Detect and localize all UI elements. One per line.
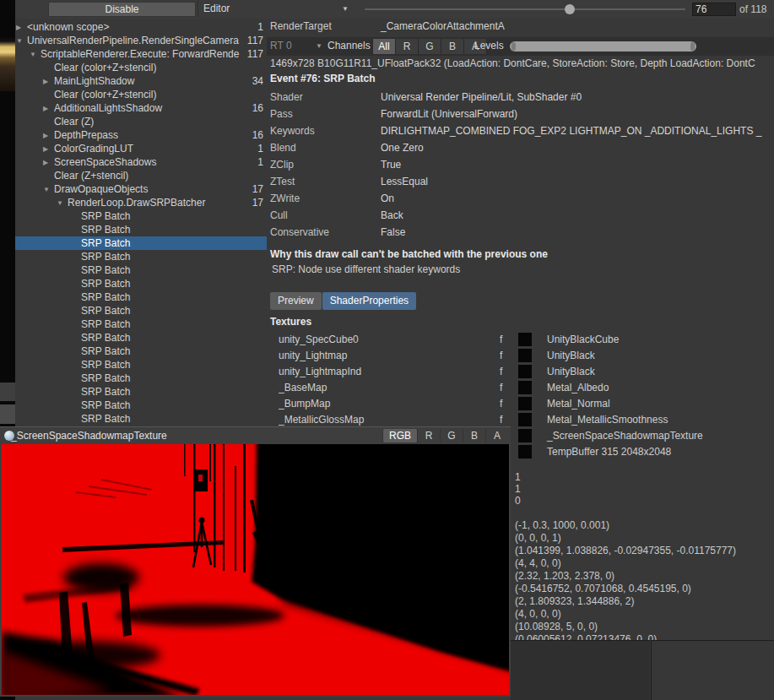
target-select-dropdown[interactable]: Editor ▼ [198,0,355,18]
texture-thumbnail[interactable] [518,333,532,346]
expand-arrow-icon[interactable]: ▶ [42,159,54,166]
texture-filter: f [500,334,518,345]
tree-row[interactable]: SRP Batch [15,277,267,290]
tree-row-label: DepthPrepass [54,129,252,141]
tree-row[interactable]: SRP Batch [15,250,267,263]
tree-row[interactable]: ▼UniversalRenderPipeline.RenderSingleCam… [15,34,267,47]
float-value: 0 [515,495,521,507]
tree-row[interactable]: ▶ColorGradingLUT1 [15,142,267,155]
disable-button[interactable]: Disable [48,2,196,17]
tree-row[interactable]: ▶ScreenSpaceShadows1 [15,155,267,169]
tree-row[interactable]: SRP Batch [15,209,267,223]
expand-arrow-icon[interactable]: ▶ [15,24,27,31]
rt-index-dropdown[interactable]: RT 0 ▼ [270,40,322,52]
texture-property: _MetallicGlossMap [279,414,500,426]
tree-row[interactable]: SRP Batch [15,223,267,236]
levels-range-slider[interactable] [510,41,696,52]
tree-row-label: SRP Batch [81,345,263,357]
tree-row[interactable]: SRP Batch [15,412,267,426]
batch-break-title: Why this draw call can't be batched with… [270,248,548,260]
channel-button-r[interactable]: R [395,39,418,54]
tree-row[interactable]: Clear (Z) [15,115,267,128]
tree-row-count: 1 [257,156,267,168]
tree-row[interactable]: SRP Batch [15,358,267,372]
vector-value: (4, 4, 0, 0) [515,557,736,570]
render-target-label: RenderTarget [270,20,381,32]
preview-channel-button-a[interactable]: A [485,429,508,442]
channel-button-b[interactable]: B [441,39,463,54]
tree-row[interactable]: ▼RenderLoop.DrawSRPBatcher17 [15,196,267,209]
tree-row[interactable]: SRP Batch [15,385,267,399]
tree-row[interactable]: Clear (Z+stencil) [15,169,267,182]
texture-row[interactable]: _BumpMapfMetal_Normal [267,395,774,411]
channel-button-all[interactable]: All [372,39,395,54]
collapse-arrow-icon[interactable]: ▼ [15,37,27,45]
texture-thumbnail[interactable] [518,381,532,394]
preview-channel-button-r[interactable]: R [417,429,440,442]
render-target-preview-window: _ScreenSpaceShadowmapTexture RGBRGBA [0,426,511,697]
texture-row[interactable]: unity_LightmapIndfUnityBlack [267,363,774,379]
texture-row[interactable]: _MetallicGlossMapfMetal_MetallicSmoothne… [267,411,774,427]
property-label: Pass [270,108,381,120]
event-slider-thumb[interactable] [565,4,575,14]
background-panel-strip [0,383,15,401]
expand-arrow-icon[interactable]: ▶ [42,78,54,85]
texture-thumbnail[interactable] [518,397,532,410]
preview-title-bar[interactable]: _ScreenSpaceShadowmapTexture RGBRGBA [0,427,511,444]
texture-filter: f [500,382,518,393]
tree-row[interactable]: SRP Batch [15,345,267,358]
expand-arrow-icon[interactable]: ▶ [42,132,54,139]
tree-row[interactable]: SRP Batch [15,263,267,277]
tree-row[interactable]: Clear (color+Z+stencil) [15,88,267,101]
tree-row[interactable]: SRP Batch [15,236,267,250]
tree-row[interactable]: ▶AdditionalLightsShadow16 [15,101,267,115]
tree-row[interactable]: SRP Batch [15,304,267,317]
preview-channel-button-b[interactable]: B [463,429,485,442]
tree-row[interactable]: ▼DrawOpaqueObjects17 [15,182,267,196]
texture-thumbnail[interactable] [518,349,532,362]
collapse-arrow-icon[interactable]: ▼ [42,186,54,193]
texture-thumbnail[interactable] [518,365,532,378]
texture-row[interactable]: _BaseMapfMetal_Albedo [267,379,774,395]
texture-name: _ScreenSpaceShadowmapTexture [547,430,703,442]
tree-row-label: ColorGradingLUT [54,143,257,155]
tree-row[interactable]: ▼ScriptableRenderer.Execute: ForwardRend… [15,47,267,61]
collapse-arrow-icon[interactable]: ▼ [56,199,68,207]
tree-row[interactable]: ▶<unknown scope>1 [15,20,267,34]
expand-arrow-icon[interactable]: ▶ [42,105,54,112]
texture-thumbnail[interactable] [518,445,532,459]
channel-button-g[interactable]: G [418,39,441,54]
tree-row[interactable]: SRP Batch [15,372,267,385]
texture-property: _BumpMap [279,398,500,410]
tree-row-label: DrawOpaqueObjects [54,183,252,195]
vector-value: (4, 0, 0, 0) [515,608,736,621]
event-slider-track[interactable] [365,8,685,10]
property-value: Universal Render Pipeline/Lit, SubShader… [381,91,774,103]
tree-row[interactable]: ▶MainLightShadow34 [15,74,267,88]
tab-shaderproperties[interactable]: ShaderProperties [322,292,416,310]
texture-thumbnail[interactable] [518,413,532,426]
event-number-input[interactable] [692,3,736,16]
expand-arrow-icon[interactable]: ▶ [42,145,54,153]
property-value: True [381,159,774,171]
tree-row[interactable]: SRP Batch [15,331,267,345]
collapse-arrow-icon[interactable]: ▼ [29,51,41,58]
texture-row[interactable]: unity_LightmapfUnityBlack [267,347,774,363]
tree-row[interactable]: SRP Batch [15,290,267,304]
tree-row[interactable]: SRP Batch [15,317,267,331]
tree-row[interactable]: Clear (color+Z+stencil) [15,61,267,74]
texture-filter: f [500,350,518,361]
preview-channel-button-rgb[interactable]: RGB [382,429,417,442]
tree-row-label: SRP Batch [81,224,263,236]
tree-row[interactable]: SRP Batch [15,399,267,412]
property-value: ForwardLit (UniversalForward) [381,108,774,120]
texture-row[interactable]: unity_SpecCube0fUnityBlackCube [267,331,774,347]
texture-thumbnail[interactable] [518,429,532,442]
tab-preview[interactable]: Preview [270,292,322,310]
tree-row-label: <unknown scope> [27,21,257,33]
texture-name: TempBuffer 315 2048x2048 [547,446,671,458]
preview-channel-button-g[interactable]: G [440,429,463,442]
property-row: PassForwardLit (UniversalForward) [270,106,774,122]
tree-row[interactable]: ▶DepthPrepass16 [15,128,267,142]
channels-label: Channels [327,40,371,52]
